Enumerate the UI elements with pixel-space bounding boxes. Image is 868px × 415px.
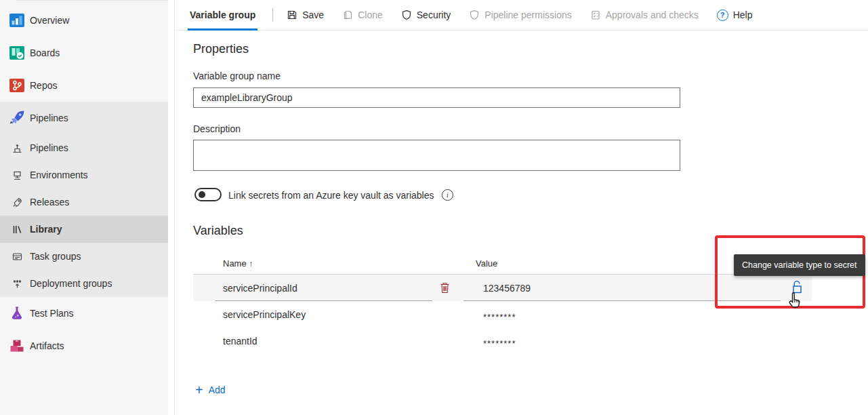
variable-name: servicePrincipalKey xyxy=(223,300,306,329)
sidebar-item-label: Library xyxy=(30,224,62,235)
variable-group-name-label: Variable group name xyxy=(193,71,281,81)
sidebar-item-label: Pipelines xyxy=(30,113,68,123)
clone-icon xyxy=(342,9,353,20)
link-secrets-label: Link secrets from an Azure key vault as … xyxy=(228,190,434,201)
table-row[interactable]: servicePrincipalKey ******** xyxy=(193,300,812,329)
column-header-name[interactable]: Name ↑ xyxy=(223,258,253,269)
clone-button-label: Clone xyxy=(358,9,383,20)
description-input[interactable] xyxy=(193,140,680,171)
variable-value-input[interactable]: 123456789 xyxy=(483,275,531,301)
sidebar-item-pipelines[interactable]: Pipelines xyxy=(0,102,168,134)
sidebar: Overview Boards Repos Pipelines Pipeline… xyxy=(0,0,168,415)
boards-icon xyxy=(8,45,26,61)
link-secrets-toggle[interactable] xyxy=(194,188,222,201)
info-icon[interactable]: i xyxy=(442,189,453,201)
main-content: Variable group Save Clone Security Pipel… xyxy=(175,0,868,415)
sidebar-item-deployment-groups[interactable]: Deployment groups xyxy=(0,270,168,297)
change-variable-type-button[interactable] xyxy=(792,280,802,297)
variable-value-masked: ******** xyxy=(483,300,516,329)
sidebar-item-test-plans[interactable]: Test Plans xyxy=(0,297,168,330)
tooltip: Change variable type to secret xyxy=(734,254,865,276)
variable-name-input[interactable]: servicePrincipalId xyxy=(223,275,297,301)
sidebar-item-label: Pipelines xyxy=(30,142,68,153)
help-icon: ? xyxy=(717,9,728,21)
deployment-groups-icon xyxy=(8,278,26,290)
pipeline-permissions-button[interactable]: Pipeline permissions xyxy=(469,9,571,20)
sidebar-item-pipelines-sub[interactable]: Pipelines xyxy=(0,134,168,161)
checklist-icon xyxy=(590,9,601,20)
variable-group-name-input[interactable] xyxy=(193,87,680,108)
save-button-label: Save xyxy=(302,9,324,20)
sidebar-item-label: Releases xyxy=(30,197,69,208)
sidebar-item-task-groups[interactable]: Task groups xyxy=(0,243,168,270)
toolbar-divider xyxy=(272,8,273,22)
save-button[interactable]: Save xyxy=(287,9,324,20)
toggle-knob xyxy=(199,191,205,198)
sidebar-item-overview[interactable]: Overview xyxy=(0,4,168,37)
sidebar-item-library[interactable]: Library xyxy=(0,216,168,243)
approvals-and-checks-button[interactable]: Approvals and checks xyxy=(590,9,699,20)
command-bar: Variable group Save Clone Security Pipel… xyxy=(175,0,868,31)
pipeline-permissions-button-label: Pipeline permissions xyxy=(484,9,571,20)
task-groups-icon xyxy=(8,251,26,262)
security-button[interactable]: Security xyxy=(401,9,451,20)
save-icon xyxy=(287,9,297,20)
properties-heading: Properties xyxy=(193,42,249,56)
table-row: servicePrincipalId 123456789 xyxy=(193,275,812,301)
trash-icon xyxy=(440,284,450,296)
delete-variable-button[interactable] xyxy=(440,282,450,296)
sidebar-item-label: Test Plans xyxy=(30,308,74,319)
releases-icon xyxy=(8,197,26,208)
sidebar-item-artifacts[interactable]: Artifacts xyxy=(0,330,168,362)
plus-icon: + xyxy=(195,383,203,397)
help-button-label: Help xyxy=(733,9,753,20)
clone-button[interactable]: Clone xyxy=(342,9,383,20)
column-header-value[interactable]: Value xyxy=(476,258,497,269)
artifacts-icon xyxy=(8,338,26,354)
security-button-label: Security xyxy=(417,9,451,20)
shield-icon xyxy=(469,9,480,20)
library-icon xyxy=(8,224,26,235)
test-plans-icon xyxy=(8,305,26,321)
pipelines-sub-icon xyxy=(8,142,26,154)
sidebar-item-label: Repos xyxy=(30,80,57,91)
help-button[interactable]: ? Help xyxy=(717,9,753,21)
sidebar-divider xyxy=(16,0,168,1)
repos-icon xyxy=(8,77,26,94)
sidebar-item-repos[interactable]: Repos xyxy=(0,69,168,102)
sidebar-item-label: Boards xyxy=(30,47,60,58)
sort-ascending-icon: ↑ xyxy=(249,258,253,269)
shield-icon xyxy=(401,9,412,20)
variables-heading: Variables xyxy=(193,224,243,238)
sidebar-item-label: Artifacts xyxy=(30,340,64,351)
sidebar-item-label: Deployment groups xyxy=(30,278,112,289)
sidebar-item-environments[interactable]: Environments xyxy=(0,161,168,189)
variable-name: tenantId xyxy=(223,327,257,355)
sidebar-item-boards[interactable]: Boards xyxy=(0,37,168,69)
sidebar-item-releases[interactable]: Releases xyxy=(0,189,168,216)
add-button-label: Add xyxy=(209,384,226,395)
environments-icon xyxy=(8,170,26,181)
overview-icon xyxy=(8,12,26,28)
description-label: Description xyxy=(193,123,241,134)
variable-value-masked: ******** xyxy=(483,327,516,355)
add-variable-button[interactable]: + Add xyxy=(195,383,226,397)
tab-variable-group[interactable]: Variable group xyxy=(188,0,257,31)
table-row[interactable]: tenantId ******** xyxy=(193,327,812,355)
lock-open-icon xyxy=(792,285,802,296)
pipelines-rocket-icon xyxy=(8,110,26,126)
sidebar-item-label: Environments xyxy=(30,170,88,180)
sidebar-item-label: Overview xyxy=(30,15,69,26)
approvals-and-checks-button-label: Approvals and checks xyxy=(606,9,699,20)
sidebar-item-label: Task groups xyxy=(30,251,81,262)
